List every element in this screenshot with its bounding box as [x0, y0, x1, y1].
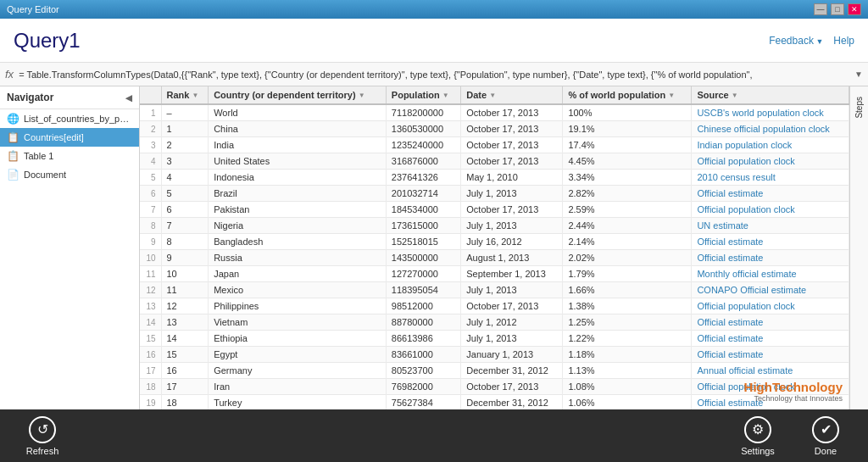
table-row[interactable]: 1918Turkey75627384December 31, 20121.06%…: [140, 395, 849, 410]
grid-scroll[interactable]: Rank▼Country (or dependent territory)▼Po…: [140, 86, 849, 409]
minimize-button[interactable]: —: [814, 3, 827, 15]
cell-population-10: 127270000: [386, 266, 460, 282]
cell-country-7: Nigeria: [209, 218, 387, 234]
cell-rank-13: 13: [161, 314, 209, 331]
cell-country-0: World: [209, 104, 387, 121]
cell-rank-8: 8: [161, 234, 209, 250]
table-row[interactable]: 1110Japan127270000September 1, 20131.79%…: [140, 266, 849, 282]
done-button[interactable]: ✔ Done: [800, 416, 851, 456]
table-row[interactable]: 87Nigeria173615000July 1, 20132.44%UN es…: [140, 218, 849, 234]
formula-text: = Table.TransformColumnTypes(Data0,{{"Ra…: [19, 70, 849, 80]
table-row[interactable]: 21China1360530000October 17, 201319.1%Ch…: [140, 121, 849, 137]
cell-row_num-6: 7: [140, 202, 161, 218]
cell-rank-16: 16: [161, 363, 209, 379]
settings-button[interactable]: ⚙ Settings: [732, 416, 783, 456]
table-row[interactable]: 98Bangladesh152518015July 16, 20122.14%O…: [140, 234, 849, 250]
cell-population-15: 83661000: [386, 347, 460, 363]
table-row[interactable]: 65Brazil201032714July 1, 20132.82%Offici…: [140, 186, 849, 202]
cell-rank-12: 12: [161, 298, 209, 314]
formula-expand-icon[interactable]: ▼: [854, 70, 863, 79]
table-row[interactable]: 109Russia143500000August 1, 20132.02%Off…: [140, 250, 849, 266]
col-header-country[interactable]: Country (or dependent territory)▼: [209, 86, 387, 104]
sidebar-item-icon-3: 📄: [7, 169, 19, 181]
cell-rank-18: 18: [161, 395, 209, 410]
cell-row_num-12: 13: [140, 298, 161, 314]
cell-date-1: October 17, 2013: [461, 121, 563, 137]
close-button[interactable]: ✕: [848, 3, 861, 15]
cell-rank-10: 10: [161, 266, 209, 282]
feedback-link[interactable]: Feedback: [769, 35, 823, 47]
col-header-population[interactable]: Population▼: [386, 86, 460, 104]
sidebar-item-2[interactable]: 📋Table 1: [0, 147, 139, 165]
table-row[interactable]: 1716Germany80523700December 31, 20121.13…: [140, 363, 849, 379]
sidebar-item-0[interactable]: 🌐List_of_countries_by_population...: [0, 109, 139, 128]
sort-icon-pct_world: ▼: [668, 92, 675, 99]
col-header-source[interactable]: Source▼: [692, 86, 849, 104]
cell-population-11: 118395054: [386, 282, 460, 298]
cell-pct_world-15: 1.18%: [563, 347, 692, 363]
col-header-row_num[interactable]: [140, 86, 161, 104]
cell-pct_world-12: 1.38%: [563, 298, 692, 314]
cell-source-13: Official estimate: [692, 314, 849, 331]
cell-country-15: Egypt: [209, 347, 387, 363]
col-header-date[interactable]: Date▼: [461, 86, 563, 104]
table-row[interactable]: 1615Egypt83661000January 1, 20131.18%Off…: [140, 347, 849, 363]
table-row[interactable]: 76Pakistan184534000October 17, 20132.59%…: [140, 202, 849, 218]
cell-rank-1: 1: [161, 121, 209, 137]
sidebar-item-icon-0: 🌐: [7, 113, 19, 125]
cell-pct_world-9: 2.02%: [563, 250, 692, 266]
table-row[interactable]: 1211Mexico118395054July 1, 20131.66%CONA…: [140, 282, 849, 298]
sidebar-item-3[interactable]: 📄Document: [0, 165, 139, 184]
cell-row_num-11: 12: [140, 282, 161, 298]
cell-source-9: Official estimate: [692, 250, 849, 266]
cell-country-16: Germany: [209, 363, 387, 379]
cell-population-2: 1235240000: [386, 137, 460, 153]
fx-label: fx: [5, 68, 14, 81]
sidebar-item-icon-2: 📋: [7, 150, 19, 162]
sidebar-item-label-1: Countries[edit]: [24, 132, 132, 142]
table-row[interactable]: 1514Ethiopia86613986July 1, 20131.22%Off…: [140, 331, 849, 347]
cell-pct_world-3: 4.45%: [563, 153, 692, 170]
cell-row_num-2: 3: [140, 137, 161, 153]
sidebar-item-label-0: List_of_countries_by_population...: [24, 114, 132, 124]
cell-population-18: 75627384: [386, 395, 460, 410]
sidebar-item-1[interactable]: 📋Countries[edit]: [0, 128, 139, 147]
cell-pct_world-1: 19.1%: [563, 121, 692, 137]
refresh-button[interactable]: ↺ Refresh: [17, 416, 68, 456]
table-row[interactable]: 32India1235240000October 17, 201317.4%In…: [140, 137, 849, 153]
table-row[interactable]: 1413Vietnam88780000July 1, 20121.25%Offi…: [140, 314, 849, 331]
help-link[interactable]: Help: [833, 35, 854, 47]
cell-date-13: July 1, 2012: [461, 314, 563, 331]
table-row[interactable]: 43United States316876000October 17, 2013…: [140, 153, 849, 170]
bottom-toolbar: ↺ Refresh ⚙ Settings ✔ Done: [0, 409, 868, 462]
col-header-pct_world[interactable]: % of world population▼: [563, 86, 692, 104]
cell-row_num-3: 4: [140, 153, 161, 170]
cell-rank-17: 17: [161, 379, 209, 395]
cell-population-1: 1360530000: [386, 121, 460, 137]
cell-country-3: United States: [209, 153, 387, 170]
cell-source-14: Official estimate: [692, 331, 849, 347]
done-label: Done: [815, 446, 837, 456]
cell-country-14: Ethiopia: [209, 331, 387, 347]
cell-population-9: 143500000: [386, 250, 460, 266]
cell-pct_world-7: 2.44%: [563, 218, 692, 234]
settings-icon: ⚙: [744, 416, 771, 443]
cell-date-6: October 17, 2013: [461, 202, 563, 218]
cell-population-3: 316876000: [386, 153, 460, 170]
table-row[interactable]: 54Indonesia237641326May 1, 20103.34%2010…: [140, 170, 849, 186]
cell-row_num-4: 5: [140, 170, 161, 186]
cell-date-18: December 31, 2012: [461, 395, 563, 410]
cell-pct_world-16: 1.13%: [563, 363, 692, 379]
cell-source-0: USCB's world population clock: [692, 104, 849, 121]
sort-icon-rank: ▼: [192, 92, 198, 99]
cell-source-1: Chinese official population clock: [692, 121, 849, 137]
sidebar-collapse-icon[interactable]: ◀: [125, 93, 132, 103]
table-row[interactable]: 1–World7118200000October 17, 2013100%USC…: [140, 104, 849, 121]
maximize-button[interactable]: □: [831, 3, 844, 15]
col-header-rank[interactable]: Rank▼: [161, 86, 209, 104]
cell-date-2: October 17, 2013: [461, 137, 563, 153]
app-header: Query1 Feedback Help: [0, 19, 868, 63]
table-row[interactable]: 1312Philippines98512000October 17, 20131…: [140, 298, 849, 314]
grid-container: Rank▼Country (or dependent territory)▼Po…: [140, 86, 849, 409]
table-row[interactable]: 1817Iran76982000October 17, 20131.08%Off…: [140, 379, 849, 395]
